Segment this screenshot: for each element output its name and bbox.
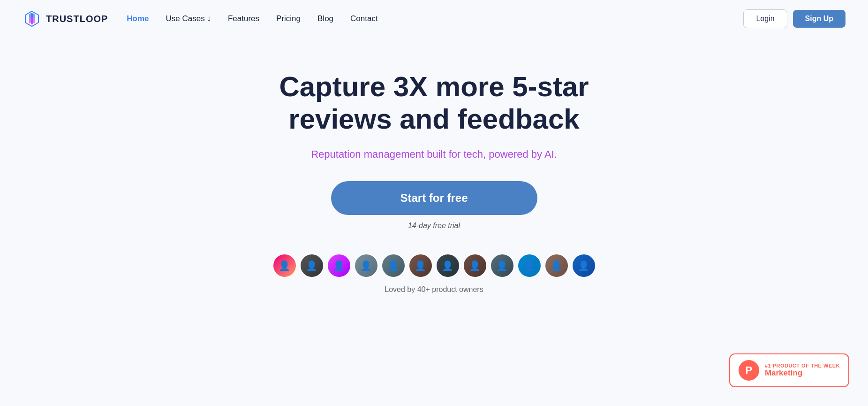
nav-link-features[interactable]: Features: [228, 14, 259, 23]
nav-right: Login Sign Up: [743, 9, 845, 28]
avatar-8: 👤: [463, 253, 487, 278]
nav-item-usecases[interactable]: Use Cases ↓: [166, 14, 211, 23]
logo-link[interactable]: TRUSTLOOP: [23, 9, 108, 28]
avatar-2: 👤: [300, 253, 324, 278]
hero-title: Capture 3X more 5-star reviews and feedb…: [242, 70, 626, 135]
nav-item-blog[interactable]: Blog: [317, 14, 333, 23]
product-hunt-badge[interactable]: P #1 PRODUCT OF THE WEEK Marketing: [729, 353, 849, 387]
nav-item-contact[interactable]: Contact: [350, 14, 378, 23]
avatar-9: 👤: [490, 253, 514, 278]
avatars-label: Loved by 40+ product owners: [385, 285, 483, 294]
login-button[interactable]: Login: [743, 9, 787, 28]
avatar-10: 👤: [517, 253, 542, 278]
avatar-3: 👤: [327, 253, 351, 278]
nav-item-pricing[interactable]: Pricing: [276, 14, 301, 23]
avatar-4: 👤: [354, 253, 378, 278]
logo-icon: [23, 9, 41, 28]
ph-text: #1 PRODUCT OF THE WEEK Marketing: [765, 363, 840, 378]
nav-links: Home Use Cases ↓ Features Pricing Blog C…: [127, 14, 377, 23]
nav-link-contact[interactable]: Contact: [350, 14, 378, 23]
hero-subtitle: Reputation management built for tech, po…: [311, 148, 557, 161]
signup-button[interactable]: Sign Up: [793, 10, 845, 28]
ph-label: #1 PRODUCT OF THE WEEK: [765, 363, 840, 368]
trial-text: 14-day free trial: [408, 222, 460, 230]
nav-left: TRUSTLOOP Home Use Cases ↓ Features Pric…: [23, 9, 378, 28]
navbar: TRUSTLOOP Home Use Cases ↓ Features Pric…: [0, 0, 868, 38]
nav-item-features[interactable]: Features: [228, 14, 259, 23]
start-free-button[interactable]: Start for free: [331, 181, 537, 215]
nav-item-home[interactable]: Home: [127, 14, 149, 23]
avatar-5: 👤: [381, 253, 406, 278]
avatar-12: 👤: [572, 253, 596, 278]
logo-text: TRUSTLOOP: [46, 14, 108, 24]
avatars-section: 👤 👤 👤 👤 👤 👤 👤 👤: [272, 253, 596, 294]
ph-category: Marketing: [765, 368, 840, 378]
nav-link-home[interactable]: Home: [127, 14, 149, 23]
nav-link-pricing[interactable]: Pricing: [276, 14, 301, 23]
hero-section: Capture 3X more 5-star reviews and feedb…: [0, 38, 868, 313]
nav-link-usecases[interactable]: Use Cases ↓: [166, 14, 211, 23]
ph-icon: P: [739, 360, 759, 381]
avatars-row: 👤 👤 👤 👤 👤 👤 👤 👤: [272, 253, 596, 278]
avatar-7: 👤: [436, 253, 460, 278]
nav-link-blog[interactable]: Blog: [317, 14, 333, 23]
avatar-11: 👤: [544, 253, 569, 278]
avatar-6: 👤: [408, 253, 433, 278]
svg-rect-0: [31, 13, 33, 24]
avatar-1: 👤: [272, 253, 297, 278]
